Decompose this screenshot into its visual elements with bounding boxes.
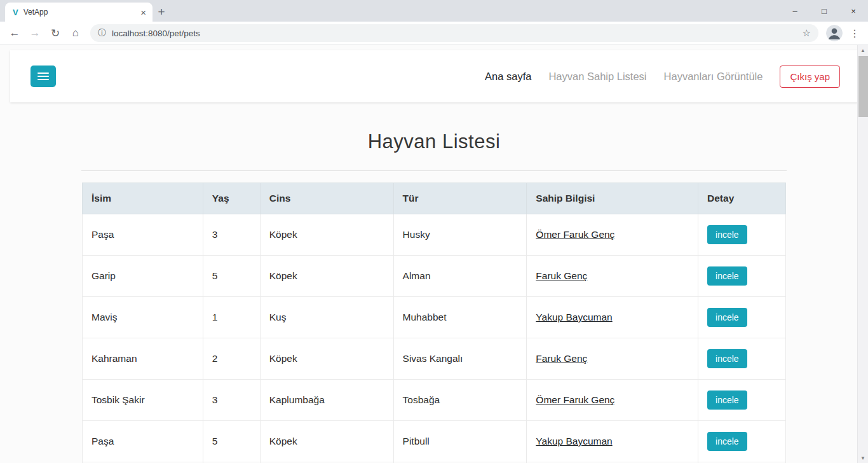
window-minimize-button[interactable]: – (780, 0, 810, 22)
header-yas: Yaş (203, 183, 260, 214)
reload-icon[interactable]: ↻ (46, 24, 65, 43)
pet-tur: Alman (393, 256, 527, 297)
hamburger-menu-button[interactable] (31, 66, 56, 87)
pet-cins: Kuş (260, 297, 393, 338)
owner-link[interactable]: Ömer Faruk Genç (536, 394, 614, 405)
page-title: Hayvan Listesi (0, 130, 868, 153)
incele-button[interactable]: incele (707, 308, 747, 327)
forward-icon: → (25, 24, 44, 43)
pet-cins: Köpek (260, 421, 393, 462)
owner-link[interactable]: Yakup Baycuman (536, 312, 612, 322)
table-row: Tosbik Şakir 3 Kaplumbağa Tosbağa Ömer F… (83, 380, 786, 421)
owner-link[interactable]: Ömer Faruk Genç (536, 229, 614, 240)
owner-link[interactable]: Faruk Genç (536, 353, 587, 364)
browser-tab[interactable]: V VetApp × (5, 3, 153, 22)
pet-table: İsim Yaş Cins Tür Sahip Bilgisi Detay Pa… (82, 183, 786, 463)
tab-title: VetApp (24, 8, 135, 17)
scroll-up-icon[interactable]: ▲ (858, 45, 868, 55)
pet-name: Maviş (83, 297, 203, 338)
incele-button[interactable]: incele (707, 349, 747, 368)
owner-link[interactable]: Yakup Baycuman (536, 436, 612, 446)
pet-age: 5 (203, 256, 260, 297)
nav-link-view-pets[interactable]: Hayvanları Görüntüle (664, 71, 763, 83)
browser-titlebar: V VetApp × + – □ × (0, 0, 868, 22)
pet-name: Paşa (83, 421, 203, 462)
header-isim: İsim (83, 183, 203, 214)
table-row: Paşa 3 Köpek Husky Ömer Faruk Genç incel… (83, 214, 786, 256)
hamburger-bar (37, 79, 49, 80)
owner-link[interactable]: Faruk Genç (536, 270, 587, 281)
page-scrollbar[interactable]: ▲ ▼ (857, 45, 868, 463)
pet-tur: Sivas Kangalı (393, 338, 527, 380)
page-content: Ana sayfa Hayvan Sahip Listesi Hayvanlar… (0, 45, 868, 463)
back-icon[interactable]: ← (5, 24, 24, 43)
header-cins: Cins (260, 183, 393, 214)
pet-name: Kahraman (83, 338, 203, 380)
incele-button[interactable]: incele (707, 432, 747, 451)
hamburger-bar (37, 76, 49, 77)
navbar-links: Ana sayfa Hayvan Sahip Listesi Hayvanlar… (485, 66, 840, 88)
window-close-button[interactable]: × (839, 0, 868, 22)
pet-cins: Köpek (260, 256, 393, 297)
vetapp-favicon-icon: V (13, 8, 18, 17)
pet-name: Paşa (83, 214, 203, 256)
logout-button[interactable]: Çıkış yap (780, 66, 840, 88)
bookmark-star-icon[interactable]: ☆ (803, 27, 811, 39)
home-icon[interactable]: ⌂ (66, 24, 85, 43)
nav-link-owner-list[interactable]: Hayvan Sahip Listesi (548, 71, 646, 83)
pet-name: Tosbik Şakir (83, 380, 203, 421)
table-header-row: İsim Yaş Cins Tür Sahip Bilgisi Detay (83, 183, 786, 214)
tab-close-icon[interactable]: × (139, 7, 147, 18)
header-detay: Detay (698, 183, 786, 214)
browser-menu-icon[interactable]: ⋮ (846, 24, 863, 43)
incele-button[interactable]: incele (707, 266, 747, 286)
pet-cins: Köpek (260, 214, 393, 256)
table-row: Kahraman 2 Köpek Sivas Kangalı Faruk Gen… (83, 338, 786, 380)
incele-button[interactable]: incele (707, 390, 747, 410)
pet-tur: Pitbull (393, 421, 527, 462)
address-bar[interactable]: ⓘ localhost:8080/pet/pets ☆ (90, 24, 818, 42)
pet-tur: Tosbağa (393, 380, 527, 421)
pet-name: Garip (83, 256, 203, 297)
browser-toolbar: ← → ↻ ⌂ ⓘ localhost:8080/pet/pets ☆ ⋮ (0, 22, 868, 45)
profile-avatar[interactable] (826, 25, 843, 41)
table-row: Maviş 1 Kuş Muhabbet Yakup Baycuman ince… (83, 297, 786, 338)
new-tab-button[interactable]: + (153, 3, 170, 21)
app-navbar: Ana sayfa Hayvan Sahip Listesi Hayvanlar… (10, 50, 858, 102)
page-info-icon[interactable]: ⓘ (98, 27, 106, 39)
pet-age: 3 (203, 214, 260, 256)
url-text[interactable]: localhost:8080/pet/pets (112, 29, 797, 38)
table-row: Paşa 5 Köpek Pitbull Yakup Baycuman ince… (83, 421, 786, 462)
header-tur: Tür (393, 183, 527, 214)
window-maximize-button[interactable]: □ (810, 0, 839, 22)
nav-link-home[interactable]: Ana sayfa (485, 71, 531, 83)
incele-button[interactable]: incele (707, 225, 747, 244)
header-sahip-bilgisi: Sahip Bilgisi (527, 183, 698, 214)
pet-age: 1 (203, 297, 260, 338)
pet-cins: Kaplumbağa (260, 380, 393, 421)
table-row: Garip 5 Köpek Alman Faruk Genç incele (83, 256, 786, 297)
hamburger-bar (37, 73, 49, 74)
pet-cins: Köpek (260, 338, 393, 380)
pet-tur: Husky (393, 214, 527, 256)
pet-age: 3 (203, 380, 260, 421)
title-divider (81, 170, 787, 171)
pet-age: 5 (203, 421, 260, 462)
scrollbar-thumb[interactable] (858, 56, 868, 117)
pet-tur: Muhabbet (393, 297, 527, 338)
pet-age: 2 (203, 338, 260, 380)
window-controls: – □ × (780, 0, 868, 22)
scroll-down-icon[interactable]: ▼ (858, 453, 868, 463)
